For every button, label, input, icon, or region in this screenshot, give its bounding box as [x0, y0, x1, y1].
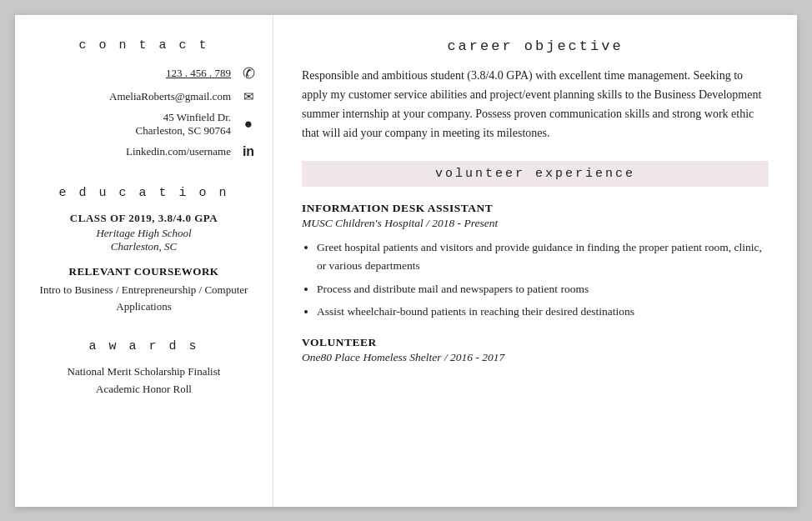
relevant-courses: Intro to Business / Entrepreneurship / C…	[30, 282, 258, 314]
job-entry-2: VOLUNTEER One80 Place Homeless Shelter /…	[302, 336, 769, 373]
education-section: e d u c a t i o n CLASS OF 2019, 3.8/4.0…	[30, 186, 258, 314]
awards-title: a w a r d s	[30, 339, 258, 353]
address-block: 45 Winfield Dr. Charleston, SC 90764	[136, 111, 231, 138]
job-title-1: INFORMATION DESK ASSISTANT	[302, 202, 769, 215]
education-title: e d u c a t i o n	[30, 186, 258, 200]
phone-icon: ✆	[239, 64, 258, 83]
job-entry-1: INFORMATION DESK ASSISTANT MUSC Children…	[302, 202, 769, 335]
relevant-coursework-title: RELEVANT COURSEWORK	[30, 265, 258, 278]
email-row: AmeliaRoberts@gmail.com ✉	[30, 89, 258, 104]
job-title-2: VOLUNTEER	[302, 336, 769, 349]
bullet-1-1: Greet hospital patients and visitors and…	[317, 238, 769, 274]
volunteer-experience-title: volunteer experience	[302, 167, 769, 181]
email-text: AmeliaRoberts@gmail.com	[109, 90, 231, 103]
linkedin-icon: in	[239, 144, 258, 159]
awards-section: a w a r d s National Merit Scholarship F…	[30, 339, 258, 400]
address-line2: Charleston, SC 90764	[136, 124, 231, 138]
edu-class: CLASS OF 2019, 3.8/4.0 GPA	[30, 212, 258, 225]
linkedin-row: Linkedin.com/username in	[30, 144, 258, 159]
address-row: 45 Winfield Dr. Charleston, SC 90764 ●	[30, 111, 258, 138]
address-line1: 45 Winfield Dr.	[136, 111, 231, 124]
location-icon: ●	[239, 116, 258, 133]
job-bullets-1: Greet hospital patients and visitors and…	[317, 238, 769, 320]
linkedin-text: Linkedin.com/username	[126, 145, 231, 158]
main-content: career objective Responsible and ambitio…	[273, 15, 797, 507]
bullet-1-3: Assist wheelchair-bound patients in reac…	[317, 303, 769, 321]
career-objective-text: Responsible and ambitious student (3.8/4…	[302, 66, 769, 143]
job-org-2: One80 Place Homeless Shelter / 2016 - 20…	[302, 351, 769, 364]
phone-text: 123 . 456 . 789	[166, 67, 231, 80]
bullet-1-2: Process and distribute mail and newspape…	[317, 280, 769, 298]
edu-city: Charleston, SC	[30, 240, 258, 253]
edu-school: Heritage High School	[30, 227, 258, 240]
contact-section: c o n t a c t 123 . 456 . 789 ✆ AmeliaRo…	[30, 38, 258, 166]
award-1: National Merit Scholarship Finalist	[30, 365, 258, 378]
volunteer-experience-header: volunteer experience	[302, 161, 769, 187]
phone-row: 123 . 456 . 789 ✆	[30, 64, 258, 83]
contact-title: c o n t a c t	[30, 38, 258, 53]
award-2: Academic Honor Roll	[30, 383, 258, 396]
career-objective-title: career objective	[302, 38, 769, 54]
email-icon: ✉	[239, 89, 258, 104]
sidebar: c o n t a c t 123 . 456 . 789 ✆ AmeliaRo…	[15, 15, 273, 507]
job-org-1: MUSC Children's Hospital / 2018 - Presen…	[302, 217, 769, 230]
resume-page: c o n t a c t 123 . 456 . 789 ✆ AmeliaRo…	[15, 15, 797, 507]
